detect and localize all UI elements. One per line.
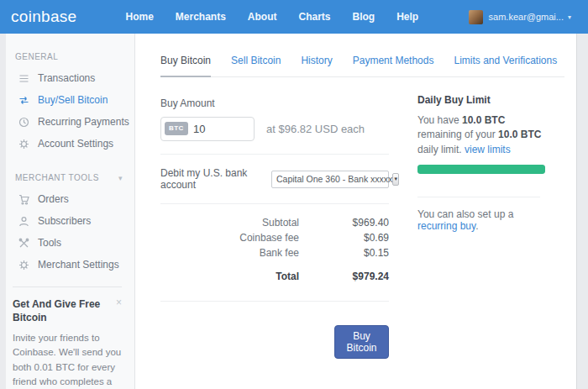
sidebar-item-transactions[interactable]: Transactions bbox=[0, 67, 134, 89]
divider bbox=[160, 301, 389, 302]
buy-form: Buy Amount BTC at $96.82 USD each Debit … bbox=[160, 97, 389, 359]
limit-amount: 10.0 BTC bbox=[498, 129, 541, 140]
sidebar-item-label: Recurring Payments bbox=[38, 116, 129, 128]
sidebar-item-label: Transactions bbox=[38, 72, 95, 84]
tab-sell-bitcoin[interactable]: Sell Bitcoin bbox=[231, 55, 281, 76]
exchange-rate-text: at $96.82 USD each bbox=[266, 123, 365, 135]
order-summary: Subtotal $969.40 Coinbase fee $0.69 Bank… bbox=[160, 217, 389, 282]
summary-row-coinbase-fee: Coinbase fee $0.69 bbox=[160, 232, 389, 244]
coinbase-logo[interactable]: coinbase bbox=[11, 8, 76, 26]
person-icon bbox=[18, 216, 29, 227]
sidebar-item-label: Merchant Settings bbox=[38, 259, 119, 271]
sidebar-item-buy-sell-bitcoin[interactable]: Buy/Sell Bitcoin bbox=[0, 89, 134, 111]
divider bbox=[417, 197, 540, 197]
gear-icon bbox=[18, 260, 29, 271]
buy-bitcoin-button[interactable]: Buy Bitcoin bbox=[334, 325, 389, 359]
user-menu[interactable]: sam.kear@gmai... ▾ bbox=[469, 10, 571, 24]
promo-title: Get And Give Free Bitcoin bbox=[13, 298, 122, 324]
daily-buy-limit-panel: Daily Buy Limit You have 10.0 BTC remain… bbox=[417, 94, 545, 232]
remaining-amount: 10.0 BTC bbox=[462, 114, 505, 126]
divider bbox=[160, 154, 389, 155]
main-nav: Home Merchants About Charts Blog Help bbox=[125, 11, 418, 23]
bank-account-select[interactable]: Capital One 360 - Bank xxxxx ▼ bbox=[271, 171, 389, 188]
wrench-icon bbox=[18, 238, 29, 249]
nav-item-merchants[interactable]: Merchants bbox=[176, 11, 226, 23]
sidebar-item-subscribers[interactable]: Subscribers bbox=[0, 210, 134, 232]
sidebar-item-label: Account Settings bbox=[38, 138, 113, 150]
nav-item-blog[interactable]: Blog bbox=[353, 11, 375, 23]
list-icon bbox=[18, 73, 29, 84]
tab-buy-bitcoin[interactable]: Buy Bitcoin bbox=[160, 55, 211, 77]
close-icon[interactable]: × bbox=[116, 297, 122, 308]
progress-fill bbox=[417, 165, 545, 174]
cart-icon bbox=[18, 194, 29, 205]
promo-body: Invite your friends to Coinbase. We'll s… bbox=[13, 331, 122, 389]
exchange-icon bbox=[18, 95, 29, 106]
divider bbox=[160, 203, 389, 204]
sidebar-item-account-settings[interactable]: Account Settings bbox=[0, 133, 134, 155]
sidebar: GENERAL Transactions Buy/Sell Bitcoin Re… bbox=[0, 34, 135, 389]
buy-amount-label: Buy Amount bbox=[160, 97, 389, 109]
section-title: MERCHANT TOOLS bbox=[15, 173, 99, 182]
top-navbar: coinbase Home Merchants About Charts Blo… bbox=[0, 0, 588, 34]
bank-account-label: Debit my U.S. bank account bbox=[160, 167, 271, 191]
selected-bank: Capital One 360 - Bank xxxxx bbox=[276, 174, 392, 184]
summary-row-total: Total $979.24 bbox=[160, 271, 389, 282]
sidebar-item-merchant-settings[interactable]: Merchant Settings bbox=[0, 254, 134, 276]
sidebar-item-label: Tools bbox=[38, 237, 61, 249]
nav-item-about[interactable]: About bbox=[248, 11, 277, 23]
limit-text: You have 10.0 BTC remaining of your 10.0… bbox=[417, 113, 545, 157]
main-content: Buy Bitcoin Sell Bitcoin History Payment… bbox=[135, 34, 577, 389]
nav-item-charts[interactable]: Charts bbox=[299, 11, 331, 23]
limit-panel-title: Daily Buy Limit bbox=[417, 94, 545, 106]
view-limits-link[interactable]: view limits bbox=[465, 144, 511, 155]
sidebar-item-label: Buy/Sell Bitcoin bbox=[38, 94, 108, 106]
sidebar-item-tools[interactable]: Tools bbox=[0, 232, 134, 254]
tab-history[interactable]: History bbox=[301, 55, 332, 76]
summary-row-bank-fee: Bank fee $0.15 bbox=[160, 247, 389, 259]
avatar bbox=[469, 10, 483, 24]
sidebar-item-label: Orders bbox=[38, 193, 69, 205]
section-title: GENERAL bbox=[15, 52, 58, 61]
sidebar-section-merchant-tools: MERCHANT TOOLS ▾ bbox=[0, 155, 134, 188]
clock-icon bbox=[18, 117, 29, 128]
sidebar-section-general: GENERAL bbox=[0, 34, 134, 67]
coinbase-buy-page: coinbase Home Merchants About Charts Blo… bbox=[0, 0, 588, 389]
sidebar-item-label: Subscribers bbox=[38, 215, 91, 227]
summary-row-subtotal: Subtotal $969.40 bbox=[160, 217, 389, 229]
gear-icon bbox=[18, 139, 29, 150]
sidebar-item-orders[interactable]: Orders bbox=[0, 188, 134, 210]
recurring-buy-text: You can also set up a recurring buy. bbox=[417, 208, 545, 232]
nav-item-help[interactable]: Help bbox=[396, 11, 418, 23]
recurring-buy-link[interactable]: recurring buy bbox=[417, 220, 475, 232]
section-collapse-icon[interactable]: ▾ bbox=[118, 174, 123, 182]
dropdown-arrow-icon: ▼ bbox=[392, 173, 399, 186]
daily-limit-progress-bar bbox=[417, 165, 545, 174]
caret-down-icon: ▾ bbox=[568, 13, 571, 21]
sidebar-item-recurring-payments[interactable]: Recurring Payments bbox=[0, 111, 134, 133]
tab-bar: Buy Bitcoin Sell Bitcoin History Payment… bbox=[160, 55, 564, 77]
user-email: sam.kear@gmai... bbox=[489, 12, 564, 22]
referral-promo: Get And Give Free Bitcoin × Invite your … bbox=[13, 286, 122, 389]
nav-item-home[interactable]: Home bbox=[125, 11, 153, 23]
tab-payment-methods[interactable]: Payment Methods bbox=[353, 55, 434, 76]
tab-limits-and-verifications[interactable]: Limits and Verifications bbox=[454, 55, 557, 76]
btc-badge: BTC bbox=[165, 122, 188, 135]
